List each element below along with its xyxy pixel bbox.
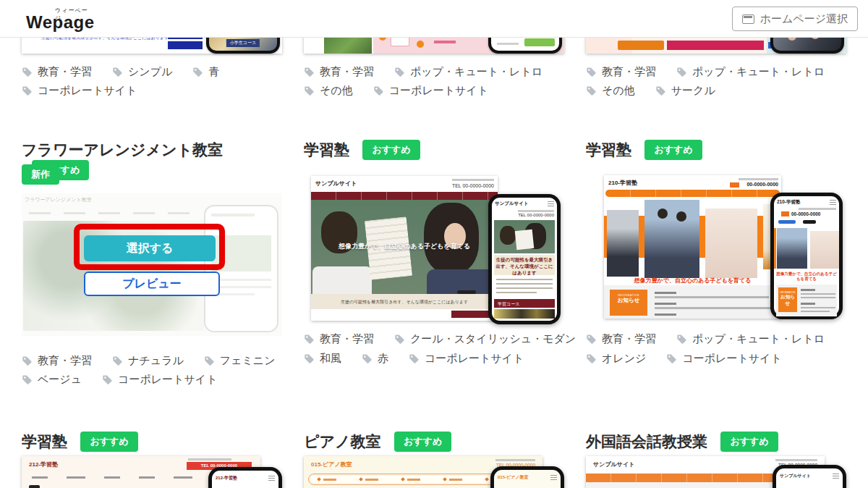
template-preview[interactable]: サンプルサイト TEL 00-0000-0000 サンプルサイト — [586, 456, 846, 488]
tag[interactable]: ベージュ — [22, 373, 82, 387]
mock-tel-chip — [730, 182, 739, 188]
tag[interactable]: ナチュラル — [112, 354, 184, 368]
tag[interactable]: 教育・学習 — [22, 65, 92, 79]
card-title: 外国語会話教授業 — [586, 432, 707, 452]
tag-label: ポップ・キュート・レトロ — [692, 65, 825, 79]
template-card-juku-orange: 学習塾 おすすめ 210-学習塾 00-0000-0000 想像力豊かで、自立心… — [586, 140, 846, 160]
tag-icon — [373, 85, 384, 96]
template-preview[interactable]: 210-学習塾 00-0000-0000 想像力豊かで、自立心のある子どもを育て… — [586, 169, 846, 328]
card-title-row: 学習塾 おすすめ — [22, 432, 282, 452]
recommended-badge: おすすめ — [80, 432, 137, 452]
template-preview-hover[interactable]: フラワーアレンジメント教室 選択する プレビュー — [22, 193, 282, 336]
tag-icon — [586, 67, 597, 77]
tag-label: 教育・学習 — [602, 332, 656, 346]
hamburger-icon — [830, 200, 836, 205]
tag-row: 教育・学習 ポップ・キュート・レトロ — [586, 65, 825, 79]
preview-orange-button — [618, 41, 664, 50]
tag-icon — [22, 374, 33, 385]
mock-news-box: INFORMATION お知らせ — [610, 290, 647, 316]
preview-crimson-band — [667, 41, 764, 50]
tag[interactable]: 教育・学習 — [22, 354, 92, 368]
tag[interactable]: コーポレートサイト — [373, 84, 488, 98]
tag[interactable]: クール・スタイリッシュ・モダン — [394, 332, 576, 346]
mock-hero — [604, 198, 781, 285]
template-card-flower: フラワーアレンジメント教室 おすすめ 新作 フラワーアレンジメント教室 選択する… — [22, 140, 282, 180]
phone-site-name: サンプルサイト — [495, 201, 529, 207]
phone-mockup: サンプルサイト TEL 00-0000-0000 生徒の可能性を最大限引き出す、… — [488, 194, 561, 324]
template-preview[interactable]: 015-ピアノ教室 TEL 00-0000-0000 015-ピアノ教室 — [304, 456, 564, 488]
tag[interactable]: 青 — [192, 65, 219, 79]
tag-row: 教育・学習 ポップ・キュート・レトロ — [304, 65, 542, 79]
phone-dark-chip — [803, 220, 816, 224]
phone-tel-chip — [781, 211, 789, 216]
mock-news-section: INFORMATION お知らせ — [604, 285, 781, 319]
mock-tel: TEL 00-0000-0000 — [452, 183, 494, 188]
template-preview[interactable]: サンプルサイト TEL 00-0000-0000 想像力豊かで、自立心のある子ど… — [304, 169, 564, 328]
homepage-select-button[interactable]: ホームページ選択 — [732, 7, 858, 31]
browser-window-icon — [742, 14, 754, 24]
tag-icon — [192, 67, 203, 77]
recommended-badge: おすすめ — [362, 140, 420, 160]
tag-row: オレンジ コーポレートサイト — [586, 352, 782, 366]
template-preview[interactable]: 212-学習塾 TEL 00-0000-0000 212-学習塾 — [22, 456, 282, 488]
tag-icon — [304, 67, 315, 77]
tag-label: 教育・学習 — [320, 65, 374, 79]
wepage-logo[interactable]: ウィーページ Wepage — [26, 7, 95, 33]
tag[interactable]: 和風 — [304, 352, 341, 366]
tag[interactable]: 教育・学習 — [304, 65, 374, 79]
tag[interactable]: フェミニン — [204, 354, 276, 368]
tag-icon — [676, 334, 687, 345]
tag-label: その他 — [602, 84, 635, 98]
tag[interactable]: 赤 — [362, 352, 388, 366]
phone-site-name: サンプルサイト — [780, 473, 811, 479]
tag[interactable]: ポップ・キュート・レトロ — [676, 332, 825, 346]
tag-label: コーポレートサイト — [118, 373, 217, 387]
tag-label: フェミニン — [220, 354, 276, 368]
card-title-row: ピアノ教室 おすすめ — [304, 432, 564, 452]
tag[interactable]: サークル — [655, 84, 715, 98]
tag[interactable]: ポップ・キュート・レトロ — [676, 65, 825, 79]
mock-sub-copy: 生徒の可能性を最大限引き出す、そんな環境がここにはあります — [311, 294, 498, 306]
tag[interactable]: コーポレートサイト — [666, 352, 781, 366]
tag-icon — [102, 374, 113, 385]
tag[interactable]: 教育・学習 — [586, 332, 656, 346]
tag[interactable]: ポップ・キュート・レトロ — [394, 65, 542, 79]
tag[interactable]: 教育・学習 — [304, 332, 374, 346]
tag[interactable]: オレンジ — [586, 352, 646, 366]
recommended-badge: おすすめ — [644, 140, 702, 160]
hamburger-icon — [550, 475, 557, 480]
card-title-row: 学習塾 おすすめ — [304, 140, 564, 160]
preview-button[interactable]: プレビュー — [84, 272, 220, 296]
select-button[interactable]: 選択する — [84, 235, 216, 261]
tag-icon — [586, 85, 597, 96]
phone-books-photo — [494, 309, 555, 319]
template-card: ピアノ教室 おすすめ 015-ピアノ教室 TEL 00-0000-0000 01… — [304, 432, 564, 452]
tag-label: コーポレートサイト — [38, 84, 137, 98]
tag[interactable]: その他 — [586, 84, 635, 98]
tag-icon — [676, 67, 687, 77]
card-title-row: フラワーアレンジメント教室 おすすめ — [22, 140, 282, 180]
tag[interactable]: その他 — [304, 84, 353, 98]
phone-share-chip — [778, 220, 796, 224]
phone-copy-block: 生徒の可能性を最大限引き出す、そんな環境がここにはあります — [494, 255, 555, 275]
faded-phone-mockup — [204, 205, 278, 332]
tag-icon — [112, 67, 123, 77]
tag-label: 赤 — [378, 352, 388, 366]
mock-footer-strip: 生徒の可能性を最大限引き出す、そんな環境がここにはあります — [311, 294, 498, 309]
tag[interactable]: 教育・学習 — [586, 65, 656, 79]
phone-tel: TEL 00-0000-0000 — [518, 213, 554, 217]
tag[interactable]: コーポレートサイト — [22, 84, 137, 98]
tag[interactable]: コーポレートサイト — [102, 373, 217, 387]
tag-label: ポップ・キュート・レトロ — [410, 65, 542, 79]
phone-mockup: 212-学習塾 — [208, 467, 282, 488]
tag[interactable]: コーポレートサイト — [409, 352, 524, 366]
tag-icon — [666, 353, 677, 364]
tag-icon — [394, 67, 405, 77]
tag-label: ナチュラル — [128, 354, 184, 368]
tag-row: 教育・学習 クール・スタイリッシュ・モダン — [304, 332, 576, 346]
phone-news-section: INFORMATION お知らせ — [776, 285, 837, 316]
template-card: 外国語会話教授業 おすすめ サンプルサイト TEL 00-0000-0000 サ… — [586, 432, 846, 452]
mock-site-name: サンプルサイト — [593, 460, 634, 468]
card-title: 学習塾 — [586, 140, 631, 160]
tag[interactable]: シンプル — [112, 65, 172, 79]
